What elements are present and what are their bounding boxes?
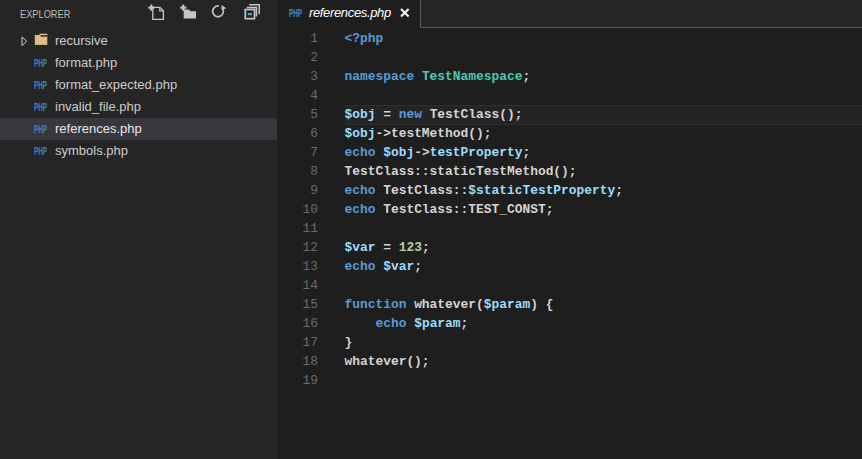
svg-text:PHP: PHP — [34, 58, 47, 68]
svg-text:PHP: PHP — [34, 102, 47, 112]
svg-text:PHP: PHP — [289, 8, 302, 18]
svg-text:PHP: PHP — [34, 80, 47, 90]
svg-text:PHP: PHP — [34, 146, 47, 156]
svg-text:PHP: PHP — [34, 124, 47, 134]
